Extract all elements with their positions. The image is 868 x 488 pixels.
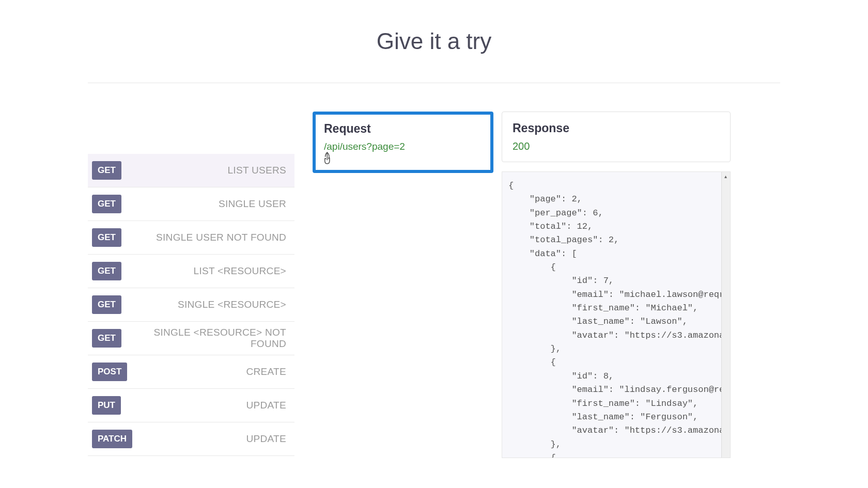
method-badge: GET [92, 161, 121, 180]
endpoint-row-7[interactable]: PUTUPDATE [88, 389, 295, 422]
response-panel: Response 200 { "page": 2, "per_page": 6,… [502, 112, 731, 458]
response-status: 200 [513, 140, 720, 152]
response-body[interactable]: { "page": 2, "per_page": 6, "total": 12,… [502, 172, 730, 458]
method-badge: PATCH [92, 430, 132, 448]
endpoint-row-6[interactable]: POSTCREATE [88, 355, 295, 389]
method-badge: GET [92, 262, 121, 280]
endpoint-row-2[interactable]: GETSINGLE USER NOT FOUND [88, 221, 295, 255]
endpoint-row-8[interactable]: PATCHUPDATE [88, 422, 295, 456]
request-box[interactable]: Request /api/users?page=2 [313, 112, 493, 173]
endpoint-label: LIST USERS [121, 165, 290, 176]
endpoint-row-5[interactable]: GETSINGLE <RESOURCE> NOT FOUND [88, 322, 295, 355]
response-body-container: { "page": 2, "per_page": 6, "total": 12,… [502, 171, 731, 458]
endpoints-list: GETLIST USERSGETSINGLE USERGETSINGLE USE… [88, 154, 295, 458]
method-badge: PUT [92, 396, 121, 415]
content-area: GETLIST USERSGETSINGLE USERGETSINGLE USE… [88, 83, 780, 458]
request-header: Request [324, 122, 482, 136]
method-badge: GET [92, 228, 121, 247]
endpoint-label: LIST <RESOURCE> [121, 265, 290, 277]
endpoint-label: UPDATE [121, 400, 290, 411]
page-title: Give it a try [0, 0, 868, 83]
method-badge: POST [92, 363, 127, 381]
endpoint-row-1[interactable]: GETSINGLE USER [88, 187, 295, 221]
endpoint-label: CREATE [127, 366, 290, 377]
request-url[interactable]: /api/users?page=2 [324, 141, 482, 152]
endpoint-row-4[interactable]: GETSINGLE <RESOURCE> [88, 288, 295, 322]
right-panels: Request /api/users?page=2 Response 200 {… [313, 112, 780, 458]
endpoint-label: UPDATE [132, 433, 290, 445]
endpoint-row-3[interactable]: GETLIST <RESOURCE> [88, 255, 295, 288]
response-header: Response [513, 121, 720, 135]
response-box: Response 200 [502, 112, 731, 162]
method-badge: GET [92, 295, 121, 314]
scroll-up-icon[interactable]: ▴ [721, 172, 730, 181]
request-panel: Request /api/users?page=2 [313, 112, 493, 458]
method-badge: GET [92, 329, 121, 348]
method-badge: GET [92, 195, 121, 213]
endpoint-label: SINGLE USER [121, 198, 290, 210]
endpoint-label: SINGLE <RESOURCE> [121, 299, 290, 310]
endpoint-label: SINGLE <RESOURCE> NOT FOUND [121, 327, 290, 350]
endpoint-row-0[interactable]: GETLIST USERS [88, 154, 295, 187]
scrollbar[interactable]: ▴ [721, 172, 730, 458]
pointer-cursor-icon [323, 151, 334, 165]
endpoint-label: SINGLE USER NOT FOUND [121, 232, 290, 243]
